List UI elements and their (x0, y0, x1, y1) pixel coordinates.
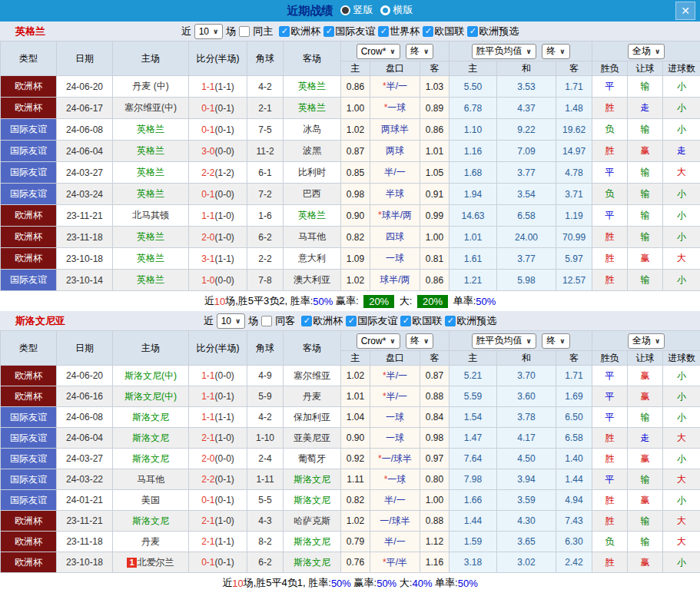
same-venue-checkbox[interactable] (261, 316, 272, 326)
halftime-score: (1-1) (215, 412, 234, 422)
league-checkbox[interactable] (423, 26, 433, 37)
summary-text: 赢率: (351, 576, 377, 590)
corner-count: 2-2 (247, 248, 284, 270)
league-checkbox[interactable] (301, 316, 312, 326)
euro-draw-odds: 4.30 (497, 511, 556, 532)
result-goals: 小 (663, 205, 700, 227)
scope-select[interactable]: 全场∨ (628, 44, 665, 59)
layout-radio-option[interactable]: 竖版 (340, 3, 373, 17)
layout-radio-option[interactable]: 横版 (380, 3, 413, 17)
close-button[interactable]: ✕ (675, 2, 695, 20)
chevron-down-icon: ∨ (235, 317, 241, 325)
halftime-score: (0-1) (215, 474, 234, 485)
league-checkbox[interactable] (323, 26, 334, 37)
handicap-away-odds: 0.89 (420, 98, 450, 119)
odds-time-select-2[interactable]: 终∨ (542, 333, 569, 349)
league-checkbox[interactable] (400, 316, 411, 326)
avg-odds-select[interactable]: 胜平负均值∨ (472, 333, 536, 349)
league-checkbox[interactable] (346, 316, 357, 326)
odds-time-select[interactable]: 终∨ (406, 333, 433, 349)
handicap-home-odds: 0.92 (341, 449, 370, 469)
home-team: 英格兰 (113, 162, 189, 184)
home-team: 斯洛文尼 (113, 407, 189, 428)
result-goals: 小 (663, 386, 700, 407)
match-count-select[interactable]: 10∨ (217, 313, 246, 329)
handicap-group-header: Crow*∨ 终∨ (341, 331, 450, 351)
match-row: 欧洲杯 24-06-17 塞尔维亚(中) 0-1(0-1) 2-1 英格兰 1.… (1, 98, 700, 119)
euro-away-odds: 1.19 (556, 205, 592, 227)
result-outcome: 胜 (592, 552, 628, 573)
result-handicap: 走 (628, 428, 663, 449)
handicap-away-odds: 1.12 (420, 532, 450, 552)
match-row: 欧洲杯 23-10-18 1北爱尔兰 0-1(0-1) 6-2 斯洛文尼 0.7… (1, 552, 700, 573)
fulltime-score: 1-1 (201, 391, 214, 402)
bookmaker-select[interactable]: Crow*∨ (357, 44, 400, 59)
section-header: 斯洛文尼亚 近 10∨ 场 同客 欧洲杯国际友谊欧国联欧洲预选 (0, 311, 700, 330)
halftime-score: (1-2) (215, 167, 234, 178)
halftime-score: (1-0) (215, 432, 234, 443)
handicap-line: 一/球半 (370, 511, 420, 532)
handicap-away-odds: 1.05 (420, 162, 450, 184)
away-team: 巴西 (284, 184, 341, 205)
home-team: 英格兰 (113, 248, 189, 270)
col-header-home: 主场 (113, 331, 189, 366)
handicap-home-odds: 1.02 (341, 511, 370, 532)
league-checkbox[interactable] (279, 26, 290, 37)
match-type: 欧洲杯 (1, 76, 57, 98)
handicap-home-odds: 0.85 (341, 162, 370, 184)
match-count-select[interactable]: 10∨ (194, 24, 224, 39)
halftime-score: (0-0) (215, 275, 234, 286)
euro-home-odds: 1.61 (450, 248, 497, 270)
result-outcome: 胜 (592, 270, 628, 291)
team-name: 斯洛文尼亚 (15, 314, 65, 328)
euro-away-odds: 7.43 (556, 511, 592, 532)
league-checkbox[interactable] (467, 26, 478, 37)
scope-select[interactable]: 全场∨ (628, 333, 665, 349)
odds-time-select-2[interactable]: 终∨ (542, 44, 569, 59)
match-count-value: 10 (199, 26, 209, 37)
subcol-handicap-line: 盘口 (370, 61, 420, 76)
fulltime-score: 2-1 (201, 515, 214, 526)
result-goals: 大 (663, 469, 700, 490)
avg-odds-select[interactable]: 胜平负均值∨ (472, 44, 536, 59)
score: 3-0(0-0) (189, 141, 247, 162)
result-goals: 大 (663, 248, 700, 270)
odds-time-select[interactable]: 终∨ (406, 44, 433, 59)
corner-count: 5-5 (247, 490, 284, 511)
summary-text: 50% (331, 578, 351, 589)
corner-count: 2-1 (247, 98, 284, 119)
score: 1-1(1-1) (189, 407, 247, 428)
away-team: 塞尔维亚 (284, 366, 341, 386)
subcol-result: 胜负 (592, 61, 628, 76)
result-goals: 大 (663, 511, 700, 532)
result-handicap: 赢 (628, 386, 663, 407)
col-header-score: 比分(半场) (189, 41, 247, 76)
league-checkbox[interactable] (445, 316, 456, 326)
fulltime-score: 3-1 (201, 253, 214, 264)
summary-text: 50% (313, 296, 333, 307)
euro-home-odds: 14.63 (450, 205, 497, 227)
corner-count: 7-2 (247, 184, 284, 205)
subcol-euro-home: 主 (450, 61, 497, 76)
match-row: 欧洲杯 24-06-16 斯洛文尼(中) 1-1(0-1) 5-9 丹麦 1.0… (1, 386, 700, 407)
handicap-away-odds: 0.88 (420, 511, 450, 532)
europe-odds-group-header: 胜平负均值∨ 终∨ (450, 41, 592, 61)
away-team: 保加利亚 (284, 407, 341, 428)
same-venue-checkbox[interactable] (239, 26, 250, 37)
corner-count: 11-2 (247, 141, 284, 162)
summary-text: 大: (396, 576, 412, 590)
handicap-line: 半/一 (370, 162, 420, 184)
subcol-handicap-away: 客 (420, 61, 450, 76)
away-team: 葡萄牙 (284, 449, 341, 469)
handicap-line: *半/一 (370, 386, 420, 407)
result-goals: 小 (663, 227, 700, 248)
bookmaker-select[interactable]: Crow*∨ (357, 333, 400, 349)
league-checkbox[interactable] (378, 26, 389, 37)
score: 1-1(0-1) (189, 386, 247, 407)
match-date: 24-06-08 (57, 119, 113, 141)
result-handicap: 输 (628, 184, 663, 205)
handicap-home-odds: 0.90 (341, 205, 370, 227)
match-row: 国际友谊 24-06-04 英格兰 3-0(0-0) 11-2 波黑 0.87 … (1, 141, 700, 162)
league-filter-item: 欧洲杯 (279, 25, 320, 38)
home-team: 斯洛文尼 (113, 449, 189, 469)
